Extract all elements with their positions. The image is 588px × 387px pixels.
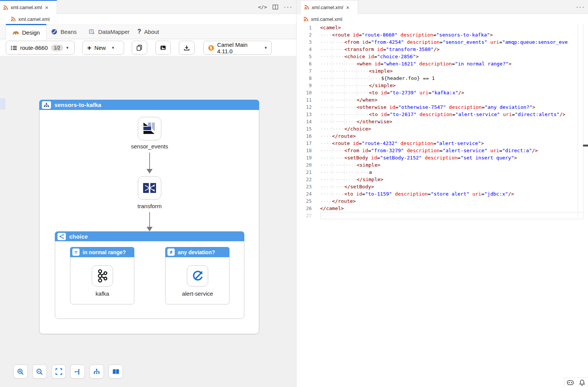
code-line[interactable]: 22············</simple> — [296, 176, 588, 183]
code-line[interactable]: 21················a — [296, 169, 588, 176]
route-group-sensors-to-kafka[interactable]: sensors-to-kafka sensor_events — [39, 100, 259, 334]
question-icon: ? — [137, 28, 141, 35]
code-line[interactable]: 23········</setBody> — [296, 183, 588, 190]
code-line[interactable]: 27 — [296, 212, 588, 219]
code-token: = — [440, 148, 443, 153]
code-token: = — [440, 39, 443, 45]
breadcrumb-label: xml.camel.xml — [311, 16, 342, 22]
indent-whitespace: ···· — [344, 162, 357, 168]
tab-xml-camel-xml[interactable]: xml.camel.xml × — [0, 0, 57, 14]
code-line[interactable]: 24········<to id="to-1159" description="… — [296, 190, 588, 197]
node-label-kafka: kafka — [64, 290, 140, 297]
code-line[interactable]: 12············<otherwise id="otherwise-7… — [296, 104, 588, 111]
code-line[interactable]: 11············</when> — [296, 96, 588, 104]
more-actions-button[interactable]: ··· — [576, 4, 585, 10]
horizontal-layout-button[interactable] — [70, 365, 85, 379]
code-token: id — [374, 46, 383, 52]
more-actions-button[interactable]: ··· — [284, 4, 292, 10]
code-line[interactable]: 2····<route id="route-8660" description=… — [296, 31, 588, 38]
branch-otherwise[interactable]: ≠ any deviation? alert-service — [165, 247, 229, 304]
code-token: <when — [357, 61, 371, 67]
tab-beans[interactable]: Beans — [45, 24, 83, 39]
code-line[interactable]: 26</camel> — [296, 205, 588, 212]
tab-datamapper[interactable]: DataMapper — [83, 24, 136, 39]
code-token: description — [417, 111, 453, 117]
copilot-icon[interactable] — [567, 379, 574, 386]
node-sensor-events[interactable] — [138, 117, 161, 140]
code-line[interactable]: 25····</route> — [296, 197, 588, 205]
choice-group-header[interactable]: choice — [55, 231, 244, 241]
line-content: ····</route> — [320, 132, 356, 140]
code-token: = — [377, 155, 380, 161]
right-breadcrumb[interactable]: xml.camel.xml — [296, 14, 588, 24]
code-line[interactable]: 1<camel> — [296, 24, 588, 31]
node-transform[interactable] — [138, 176, 161, 200]
left-breadcrumb[interactable]: xml.camel.xml — [0, 14, 296, 24]
zoom-in-button[interactable] — [13, 365, 28, 379]
code-token: </camel> — [320, 205, 344, 211]
code-line[interactable]: 16····</route> — [296, 132, 588, 140]
close-icon[interactable]: × — [346, 4, 349, 11]
fit-to-screen-button[interactable] — [51, 365, 66, 379]
node-alert-service[interactable] — [187, 265, 208, 287]
otherwise-branch-header[interactable]: ≠ any deviation? — [165, 247, 229, 257]
open-source-code-button[interactable]: </> — [258, 4, 267, 10]
code-line[interactable]: 4········<transform id="transform-3580"/… — [296, 46, 588, 53]
choice-group[interactable]: choice = in normal range? — [55, 231, 244, 319]
indent-whitespace: ···· — [320, 54, 332, 59]
indent-whitespace: ···· — [357, 90, 369, 96]
route-group-header[interactable]: sensors-to-kafka — [39, 100, 259, 110]
indent-whitespace: ···· — [344, 97, 357, 103]
split-editor-button[interactable] — [272, 4, 278, 10]
flow-canvas[interactable]: sensors-to-kafka sensor_events — [0, 56, 296, 387]
code-line[interactable]: 19········<setBody id="setBody-2152" des… — [296, 154, 588, 161]
line-content: ········</setBody> — [320, 183, 374, 190]
code-token: </setBody> — [344, 184, 374, 190]
code-token: = — [387, 111, 390, 117]
route-selector-dropdown[interactable]: route-8660 1/2 ▾ — [6, 41, 75, 55]
code-line[interactable]: 18········<from id="from-3279" descripti… — [296, 147, 588, 154]
code-line[interactable]: 14············</otherwise> — [296, 118, 588, 125]
zoom-out-button[interactable] — [32, 365, 47, 379]
new-route-button[interactable]: + New ▾ — [82, 41, 124, 55]
when-branch-header[interactable]: = in normal range? — [70, 247, 134, 257]
vertical-layout-button[interactable] — [89, 365, 104, 379]
code-line[interactable]: 9················</simple> — [296, 82, 588, 89]
copy-flow-button[interactable] — [132, 41, 147, 55]
line-content: ············<simple> — [320, 161, 381, 169]
indent-whitespace: ···· — [332, 148, 344, 153]
export-image-button[interactable] — [155, 41, 171, 55]
code-line[interactable]: 13················<to id="to-2617" descr… — [296, 111, 588, 118]
catalog-button[interactable] — [108, 365, 123, 379]
code-token: "to-2617" — [390, 111, 416, 117]
code-line[interactable]: 3········<from id="from-4254" descriptio… — [296, 38, 588, 46]
code-line[interactable]: 5········<choice id="choice-2856"> — [296, 53, 588, 60]
tab-design[interactable]: Design — [6, 24, 46, 40]
runtime-selector-dropdown[interactable]: Camel Main 4.11.0 ▾ — [203, 41, 272, 55]
tab-about[interactable]: ? About — [131, 24, 165, 39]
code-line[interactable]: 10················<to id="to-2739" uri="… — [296, 89, 588, 96]
edge-line — [149, 212, 150, 227]
code-token: "to-2739" — [390, 90, 416, 96]
code-token: "from-4254" — [371, 39, 404, 45]
export-flow-button[interactable] — [179, 41, 194, 55]
code-line[interactable]: 8····················${header.foo} == 1 — [296, 75, 588, 82]
scrollbar-track[interactable] — [583, 24, 583, 219]
panel-handle[interactable] — [0, 98, 5, 110]
code-line[interactable]: 15········</choice> — [296, 125, 588, 132]
code-line[interactable]: 7················<simple> — [296, 67, 588, 75]
indent-whitespace: ···· — [320, 111, 332, 117]
code-token: <route — [332, 140, 350, 146]
tab-xml-camel-xml-preview[interactable]: xml.camel.xml × — [301, 0, 358, 14]
node-kafka[interactable] — [92, 265, 113, 287]
code-token: "direct:alerts" — [515, 111, 559, 117]
scrollbar-cursor-marker[interactable] — [583, 145, 588, 147]
notifications-bell-icon[interactable] — [579, 379, 585, 386]
close-icon[interactable]: × — [45, 4, 48, 11]
code-line[interactable]: 17····<route id="route-4232" description… — [296, 140, 588, 147]
code-line[interactable]: 6············<when id="when-1621" descri… — [296, 60, 588, 67]
line-number: 20 — [296, 161, 312, 169]
code-line[interactable]: 20············<simple> — [296, 161, 588, 169]
code-token: id — [371, 61, 380, 67]
branch-when[interactable]: = in normal range? — [70, 247, 134, 304]
